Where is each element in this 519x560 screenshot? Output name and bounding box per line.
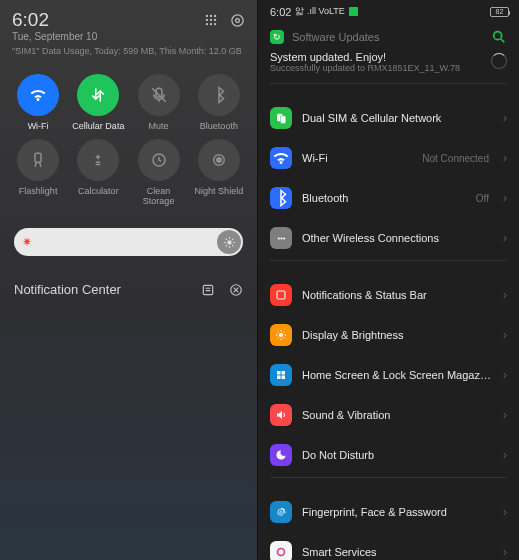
chevron-right-icon: ›: [503, 111, 507, 125]
qs-tile-label: Flashlight: [19, 186, 58, 196]
setting-item-label: Display & Brightness: [302, 329, 493, 341]
qs-tile-label: Calculator: [78, 186, 119, 196]
qs-tile-data[interactable]: Cellular Data: [70, 74, 126, 131]
chevron-right-icon: ›: [503, 448, 507, 462]
flash-icon: [17, 139, 59, 181]
brightness-icon: [270, 324, 292, 346]
qs-tile-clean[interactable]: Clean Storage: [131, 139, 187, 206]
setting-item-sound[interactable]: Sound & Vibration›: [258, 395, 519, 435]
wifi-icon: [17, 74, 59, 116]
clear-all-icon[interactable]: [229, 283, 243, 297]
setting-item-brightness[interactable]: Display & Brightness›: [258, 315, 519, 355]
auto-brightness-icon[interactable]: [217, 230, 241, 254]
clock-time: 6:02: [12, 10, 97, 29]
svg-point-6: [206, 23, 208, 25]
status-signal-icons: 앏 .ıll VoLTE: [295, 5, 344, 18]
svg-rect-12: [35, 153, 41, 162]
setting-item-label: Wi-Fi: [302, 152, 412, 164]
bt-icon: [198, 74, 240, 116]
setting-item-label: Smart Services: [302, 546, 493, 558]
qs-tile-label: Night Shield: [195, 186, 244, 196]
dnd-icon: [270, 444, 292, 466]
svg-point-7: [210, 23, 212, 25]
fingerprint-icon: [270, 501, 292, 523]
qs-tile-label: Bluetooth: [200, 121, 238, 131]
manage-icon[interactable]: [201, 283, 215, 297]
setting-item-label: Dual SIM & Cellular Network: [302, 112, 493, 124]
chevron-right-icon: ›: [503, 191, 507, 205]
update-headline: System updated. Enjoy!: [270, 51, 485, 63]
svg-point-3: [206, 19, 208, 21]
qs-tile-calc[interactable]: Calculator: [70, 139, 126, 206]
qs-tile-flash[interactable]: Flashlight: [10, 139, 66, 206]
setting-item-dnd[interactable]: Do Not Disturb›: [258, 435, 519, 475]
brightness-slider[interactable]: ✷: [14, 228, 243, 256]
settings-screen: 6:02 앏 .ıll VoLTE 82 ↻ Software Updates …: [258, 0, 519, 560]
svg-point-23: [280, 237, 282, 239]
setting-group: Dual SIM & Cellular Network›Wi-FiNot Con…: [258, 96, 519, 260]
setting-item-label: Other Wireless Connections: [302, 232, 493, 244]
notification-center-row: Notification Center: [0, 270, 257, 309]
setting-item-bt[interactable]: BluetoothOff›: [258, 178, 519, 218]
svg-rect-25: [277, 291, 285, 299]
data-icon: [77, 74, 119, 116]
home-icon: [270, 364, 292, 386]
software-update-card[interactable]: System updated. Enjoy! Successfully upda…: [258, 49, 519, 83]
setting-item-label: Sound & Vibration: [302, 409, 493, 421]
other-icon: [270, 227, 292, 249]
svg-point-15: [217, 158, 222, 163]
brightness-sun-min-icon: ✷: [22, 235, 32, 249]
setting-item-label: Home Screen & Lock Screen Magazine: [302, 369, 493, 381]
svg-rect-30: [282, 376, 286, 380]
setting-item-notif[interactable]: Notifications & Status Bar›: [258, 275, 519, 315]
qs-tile-mute[interactable]: Mute: [131, 74, 187, 131]
chevron-right-icon: ›: [503, 328, 507, 342]
svg-point-2: [214, 15, 216, 17]
qs-tile-label: Mute: [149, 121, 169, 131]
setting-item-fingerprint[interactable]: Fingerprint, Face & Password›: [258, 492, 519, 532]
setting-group: Notifications & Status Bar›Display & Bri…: [258, 273, 519, 477]
software-updates-header: ↻ Software Updates: [258, 21, 519, 49]
chevron-right-icon: ›: [503, 151, 507, 165]
night-icon: [198, 139, 240, 181]
setting-item-home[interactable]: Home Screen & Lock Screen Magazine›: [258, 355, 519, 395]
status-data-icon: [349, 7, 358, 16]
svg-rect-29: [277, 376, 281, 380]
chevron-right-icon: ›: [503, 505, 507, 519]
chevron-right-icon: ›: [503, 408, 507, 422]
settings-gear-icon[interactable]: [229, 12, 245, 28]
qs-tile-bt[interactable]: Bluetooth: [191, 74, 247, 131]
grid-icon[interactable]: [203, 12, 219, 28]
svg-point-16: [227, 240, 231, 244]
chevron-right-icon: ›: [503, 288, 507, 302]
svg-point-19: [494, 32, 502, 40]
sim-data-usage: "SIM1" Data Usage, Today: 599 MB, This M…: [0, 46, 257, 66]
setting-item-smart[interactable]: Smart Services›: [258, 532, 519, 560]
wifi-icon: [270, 147, 292, 169]
svg-point-4: [210, 19, 212, 21]
svg-point-31: [278, 549, 285, 556]
setting-item-other[interactable]: Other Wireless Connections›: [258, 218, 519, 258]
progress-spinner-icon: [491, 53, 507, 69]
svg-rect-28: [282, 371, 286, 375]
update-detail: Successfully updated to RMX1851EX_11_W.7…: [270, 63, 485, 73]
qs-tile-night[interactable]: Night Shield: [191, 139, 247, 206]
notif-icon: [270, 284, 292, 306]
setting-item-dual-sim[interactable]: Dual SIM & Cellular Network›: [258, 98, 519, 138]
qs-tile-label: Clean Storage: [131, 186, 187, 206]
chevron-right-icon: ›: [503, 231, 507, 245]
qs-tile-label: Wi-Fi: [28, 121, 49, 131]
dual-sim-icon: [270, 107, 292, 129]
svg-point-22: [277, 237, 279, 239]
setting-item-wifi[interactable]: Wi-FiNot Connected›: [258, 138, 519, 178]
clean-icon: [138, 139, 180, 181]
qs-tile-wifi[interactable]: Wi-Fi: [10, 74, 66, 131]
calc-icon: [77, 139, 119, 181]
quick-settings-panel: 6:02 Tue, September 10 "SIM1" Data Usage…: [0, 0, 258, 560]
setting-item-label: Bluetooth: [302, 192, 466, 204]
svg-rect-27: [277, 371, 281, 375]
update-app-icon: ↻: [270, 30, 284, 44]
clock-date: Tue, September 10: [12, 31, 97, 42]
svg-rect-21: [280, 115, 285, 123]
search-icon[interactable]: [491, 29, 507, 45]
